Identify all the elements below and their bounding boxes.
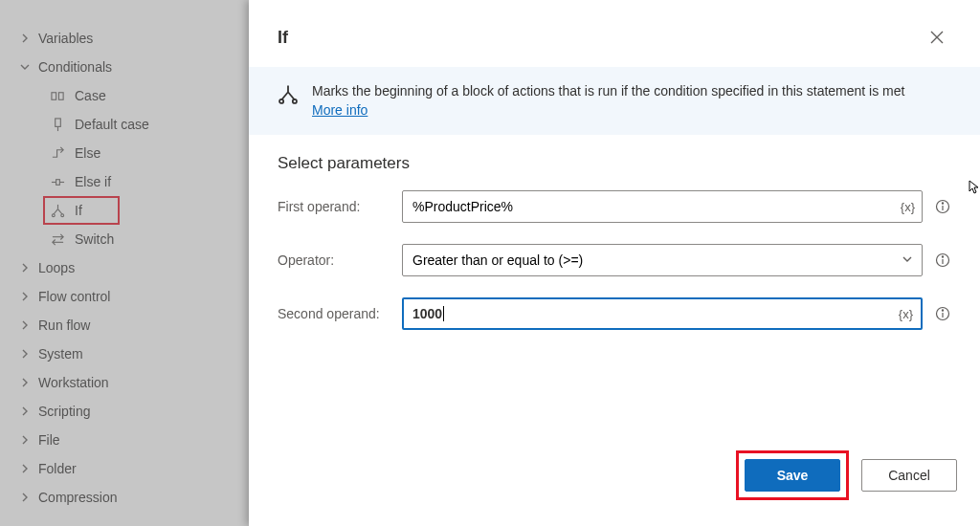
first-operand-input[interactable]	[402, 190, 923, 223]
panel-title: If	[278, 28, 288, 48]
chevron-right-icon	[19, 319, 31, 331]
field-first-operand: First operand: {x}	[278, 190, 951, 223]
info-icon[interactable]	[934, 305, 951, 322]
else-icon	[50, 145, 65, 161]
tree-item-switch[interactable]: Switch	[0, 225, 249, 253]
cancel-button[interactable]: Cancel	[861, 459, 957, 492]
tree-item-file[interactable]: File	[0, 426, 249, 454]
field-label: Second operand:	[278, 306, 402, 321]
tree-label: Folder	[38, 461, 77, 476]
save-button[interactable]: Save	[745, 459, 840, 492]
operator-select[interactable]	[402, 244, 923, 276]
svg-point-7	[279, 99, 283, 103]
tree-item-compression[interactable]: Compression	[0, 483, 249, 512]
chevron-right-icon	[19, 377, 31, 388]
default-case-icon	[50, 117, 65, 132]
field-label: First operand:	[278, 199, 402, 214]
case-icon	[50, 88, 65, 103]
tree-item-case[interactable]: Case	[0, 81, 249, 110]
tree-label: Run flow	[38, 318, 90, 333]
tree-item-folder[interactable]: Folder	[0, 454, 249, 483]
chevron-right-icon	[19, 291, 31, 302]
switch-icon	[50, 231, 65, 247]
tree-label: Scripting	[38, 404, 90, 419]
svg-point-6	[60, 213, 63, 216]
more-info-link[interactable]: More info	[312, 102, 368, 118]
text-caret	[443, 306, 444, 321]
second-operand-input[interactable]: 1000	[402, 297, 923, 330]
panel-footer: Save Cancel	[249, 440, 980, 526]
chevron-right-icon	[19, 262, 31, 274]
close-button[interactable]	[923, 23, 951, 52]
info-icon[interactable]	[934, 198, 951, 215]
tree-label: Compression	[38, 490, 117, 505]
if-icon	[278, 84, 299, 105]
tree-label: Else if	[75, 174, 111, 189]
tree-label: Else	[75, 145, 100, 161]
save-highlight: Save	[739, 453, 846, 497]
svg-rect-0	[51, 92, 56, 99]
svg-rect-2	[55, 118, 60, 125]
tree-item-scripting[interactable]: Scripting	[0, 397, 249, 426]
tree-label: Switch	[75, 231, 114, 247]
tree-item-workstation[interactable]: Workstation	[0, 368, 249, 397]
tree-label: File	[38, 432, 60, 448]
tree-label: If	[75, 203, 82, 218]
chevron-right-icon	[19, 463, 31, 474]
tree-label: System	[38, 346, 83, 362]
description-text: Marks the beginning of a block of action…	[312, 83, 904, 99]
action-config-panel: If Marks the beginning of a block of act…	[249, 0, 980, 526]
svg-point-11	[942, 203, 943, 204]
actions-sidebar: Variables Conditionals Case Default case	[0, 0, 249, 526]
tree-item-flow-control[interactable]: Flow control	[0, 282, 249, 311]
description-bar: Marks the beginning of a block of action…	[249, 67, 980, 135]
tree-label: Case	[75, 88, 106, 103]
chevron-right-icon	[19, 33, 31, 44]
elseif-icon	[50, 174, 65, 189]
svg-point-5	[52, 213, 55, 216]
input-value: 1000	[412, 306, 442, 321]
tree-item-if[interactable]: If	[43, 196, 120, 225]
svg-point-17	[942, 310, 943, 311]
svg-rect-1	[58, 92, 63, 99]
chevron-right-icon	[19, 492, 31, 503]
tree-item-variables[interactable]: Variables	[0, 24, 249, 53]
tree-label: Flow control	[38, 289, 110, 304]
tree-item-elseif[interactable]: Else if	[0, 167, 249, 196]
tree-label: Default case	[75, 117, 149, 132]
chevron-right-icon	[19, 434, 31, 446]
tree-item-conditionals[interactable]: Conditionals	[0, 53, 249, 81]
svg-rect-4	[56, 179, 59, 185]
tree-item-default-case[interactable]: Default case	[0, 110, 249, 139]
info-icon[interactable]	[934, 252, 951, 269]
tree-label: Loops	[38, 260, 75, 275]
field-second-operand: Second operand: 1000 {x}	[278, 297, 951, 330]
tree-item-system[interactable]: System	[0, 340, 249, 368]
chevron-down-icon	[19, 61, 31, 73]
field-operator: Operator:	[278, 244, 951, 276]
svg-point-8	[293, 99, 297, 103]
tree-label: Variables	[38, 31, 93, 46]
mouse-cursor-icon	[969, 180, 980, 198]
field-label: Operator:	[278, 252, 402, 268]
chevron-right-icon	[19, 348, 31, 360]
chevron-right-icon	[19, 405, 31, 417]
tree-item-loops[interactable]: Loops	[0, 253, 249, 282]
tree-item-run-flow[interactable]: Run flow	[0, 311, 249, 340]
if-icon	[50, 203, 65, 218]
tree-label: Conditionals	[38, 59, 112, 75]
tree-item-else[interactable]: Else	[0, 139, 249, 167]
tree-label: Workstation	[38, 375, 109, 390]
section-title: Select parameters	[278, 154, 951, 173]
svg-point-14	[942, 256, 943, 257]
